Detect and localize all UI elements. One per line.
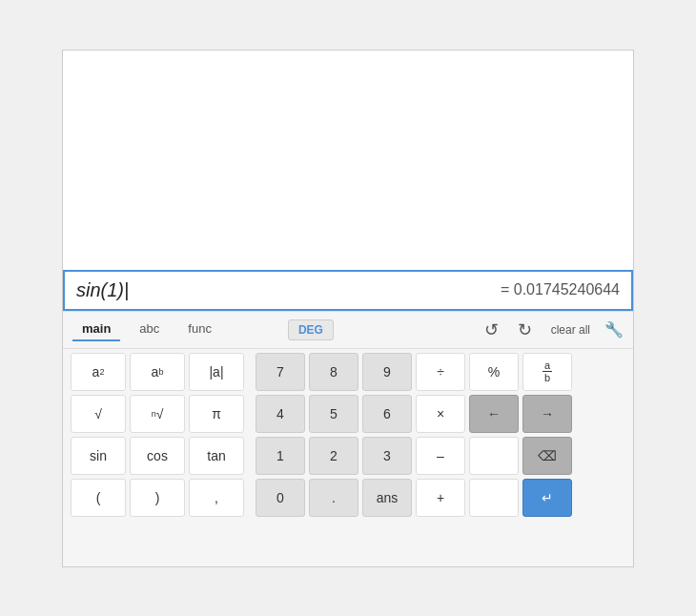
key-minus[interactable]: – bbox=[416, 437, 465, 475]
key-dot[interactable]: . bbox=[309, 479, 358, 517]
key-0[interactable]: 0 bbox=[256, 479, 305, 517]
key-3[interactable]: 3 bbox=[362, 437, 412, 475]
key-6[interactable]: 6 bbox=[362, 395, 412, 433]
key-1[interactable]: 1 bbox=[256, 437, 305, 475]
key-sin[interactable]: sin bbox=[71, 437, 126, 475]
deg-label: DEG bbox=[298, 323, 323, 337]
tab-main[interactable]: main bbox=[72, 318, 120, 341]
clear-all-button[interactable]: clear all bbox=[546, 321, 595, 339]
key-plus[interactable]: + bbox=[416, 479, 465, 517]
input-display: sin(1)| = 0.01745240644 bbox=[63, 270, 633, 311]
tab-abc[interactable]: abc bbox=[130, 318, 169, 341]
keypad: main abc func DEG ↺ ↻ clear all 🔧 a2 ab … bbox=[63, 311, 633, 566]
key-frac[interactable]: ab bbox=[522, 353, 572, 391]
undo-button[interactable]: ↺ bbox=[480, 318, 503, 342]
key-rparen[interactable]: ) bbox=[130, 479, 185, 517]
key-nsqrt[interactable]: n√ bbox=[130, 395, 185, 433]
key-empty2 bbox=[469, 479, 519, 517]
display-area bbox=[63, 51, 633, 270]
settings-icon[interactable]: 🔧 bbox=[604, 320, 624, 339]
key-4[interactable]: 4 bbox=[256, 395, 305, 433]
key-div[interactable]: ÷ bbox=[416, 353, 465, 391]
key-8[interactable]: 8 bbox=[309, 353, 358, 391]
key-empty1 bbox=[469, 437, 519, 475]
key-left[interactable]: ← bbox=[469, 395, 519, 433]
key-pi[interactable]: π bbox=[189, 395, 244, 433]
left-keys: a2 ab |a| √ n√ π sin cos tan ( ) , bbox=[71, 353, 244, 559]
key-sqrt[interactable]: √ bbox=[71, 395, 126, 433]
key-lparen[interactable]: ( bbox=[71, 479, 126, 517]
key-mul[interactable]: × bbox=[416, 395, 465, 433]
deg-toggle[interactable]: DEG bbox=[288, 319, 334, 340]
expression: sin(1)| bbox=[76, 279, 129, 301]
key-a2[interactable]: a2 bbox=[71, 353, 126, 391]
key-right[interactable]: → bbox=[522, 395, 572, 433]
calculator: sin(1)| = 0.01745240644 main abc func DE… bbox=[62, 50, 634, 567]
key-percent[interactable]: % bbox=[469, 353, 519, 391]
key-backspace[interactable]: ⌫ bbox=[522, 437, 572, 475]
redo-button[interactable]: ↻ bbox=[513, 318, 537, 342]
result: = 0.01745240644 bbox=[501, 281, 620, 298]
key-9[interactable]: 9 bbox=[362, 353, 412, 391]
key-cos[interactable]: cos bbox=[130, 437, 185, 475]
key-ab[interactable]: ab bbox=[130, 353, 185, 391]
key-tan[interactable]: tan bbox=[189, 437, 244, 475]
key-5[interactable]: 5 bbox=[309, 395, 358, 433]
right-keys: 7 8 9 ÷ % ab 4 5 6 × ← → 1 2 3 – ⌫ bbox=[256, 353, 572, 559]
key-ans[interactable]: ans bbox=[362, 479, 412, 517]
key-7[interactable]: 7 bbox=[256, 353, 305, 391]
keys-area: a2 ab |a| √ n√ π sin cos tan ( ) , 7 8 bbox=[63, 349, 633, 566]
toolbar: main abc func DEG ↺ ↻ clear all 🔧 bbox=[63, 312, 633, 349]
key-enter[interactable]: ↵ bbox=[522, 479, 572, 517]
key-abs[interactable]: |a| bbox=[189, 353, 244, 391]
tab-func[interactable]: func bbox=[178, 318, 221, 341]
key-2[interactable]: 2 bbox=[309, 437, 358, 475]
key-comma[interactable]: , bbox=[189, 479, 244, 517]
